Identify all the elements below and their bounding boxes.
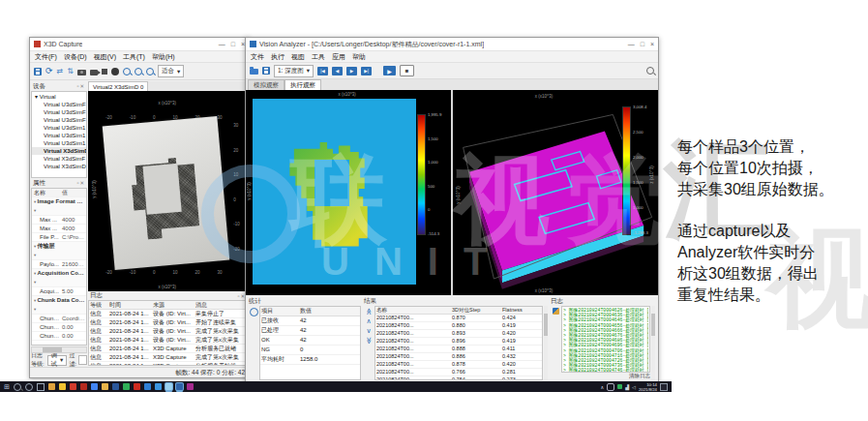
capture-menu-item[interactable]: 工具(T)	[123, 52, 145, 62]
log-filter-input[interactable]	[78, 355, 87, 365]
analyzer-menu-item[interactable]: 文件	[251, 52, 264, 62]
capture-menu-item[interactable]: 视图(V)	[94, 52, 116, 62]
taskbar-app-icon[interactable]	[48, 383, 55, 390]
capture-maximize-button[interactable]: □	[231, 41, 235, 47]
cortana-icon[interactable]	[25, 383, 33, 391]
panel-dock-icons[interactable]: ▫✕	[76, 83, 85, 89]
save-icon[interactable]	[262, 67, 270, 75]
panel-dock-icons[interactable]: ▫✕	[76, 180, 85, 186]
props-row[interactable]: Chunk Data Control	[32, 296, 86, 315]
device-tree-root[interactable]: ▾ Virtual	[32, 93, 86, 101]
analyzer-titlebar[interactable]: Vision Analyzer - [C:/Users/Longer/Deskt…	[246, 38, 658, 51]
last-frame-button[interactable]: ▶|	[361, 67, 372, 75]
props-row[interactable]: File P... C:\Program Fil...	[32, 233, 86, 242]
capture-menu-item[interactable]: 帮助(H)	[152, 52, 175, 62]
taskbar-clock[interactable]: 10:14 2021/8/24	[639, 382, 657, 392]
result-row[interactable]: 20210824T00... 0.886 0.432	[375, 353, 542, 361]
capture-log-row[interactable]: 信息 2021-08-24 1... 设备 (ID: Virt... 开始了连续…	[89, 318, 247, 327]
zoom-fit-icon[interactable]	[146, 68, 154, 75]
scroll-up-button[interactable]: ∧	[366, 317, 371, 325]
taskbar-app-icon[interactable]	[165, 383, 172, 390]
fit-dropdown[interactable]: 适合 ▾	[158, 65, 184, 77]
clear-log-button[interactable]: 清除日志	[561, 373, 650, 380]
results-scrollbar[interactable]	[544, 306, 548, 380]
scroll-bottom-button[interactable]: ≫	[365, 337, 373, 344]
scroll-top-button[interactable]: ≪	[365, 308, 373, 315]
device-tree-item[interactable]: Virtual U3dSim1 2	[32, 139, 86, 147]
refresh-icon[interactable]: ⟳	[45, 67, 53, 75]
capture-log-row[interactable]: 信息 2021-08-24 1... 设备 (ID: Virt... 完成了第x…	[89, 336, 247, 345]
heightmap-2d-viewport[interactable]: x (x10^3) y (x10^3) 1,995.91,5001,000500…	[246, 90, 451, 295]
taskbar-app-icon[interactable]	[59, 383, 66, 390]
prev-frame-button[interactable]: ◀	[332, 67, 343, 75]
capture-log-row[interactable]: 信息 2021-08-24 1... 设备 (ID: Virt... 采集停止了	[89, 310, 247, 318]
snapshot-camera-icon[interactable]	[77, 70, 86, 75]
props-row[interactable]: Max ... 4000	[32, 216, 86, 225]
props-row[interactable]: Chunk... 0.00	[32, 332, 86, 341]
result-row[interactable]: 20210824T00... 0.870 0.424	[375, 315, 542, 322]
props-row[interactable]: Image Format Control	[32, 197, 86, 216]
connect-icon[interactable]: ⇄	[57, 68, 64, 75]
volume-icon[interactable]: ◁	[632, 384, 636, 390]
first-frame-button[interactable]: |◀	[317, 67, 328, 75]
taskbar-app-icon[interactable]	[134, 383, 140, 390]
analyzer-tab[interactable]: 执行观察	[284, 79, 321, 90]
zoom-in-icon[interactable]	[123, 68, 131, 75]
taskbar-app-icon[interactable]	[187, 383, 194, 390]
analyzer-menu-item[interactable]: 帮助	[352, 52, 366, 62]
taskbar-app-icon[interactable]	[70, 383, 76, 390]
search-icon[interactable]	[646, 67, 654, 75]
capture-viewport-tab[interactable]: Virtual2 X3dSimD 0	[88, 81, 148, 91]
analyzer-close-button[interactable]: ×	[650, 41, 654, 47]
result-row[interactable]: 20210824T00... 0.754 0.273	[375, 376, 542, 379]
view-mode-dropdown[interactable]: 1: 深度图 ▾	[274, 65, 314, 77]
stats-row[interactable]: OK 42	[260, 336, 360, 346]
analyzer-maximize-button[interactable]: □	[641, 41, 644, 47]
capture-menu-item[interactable]: 文件(F)	[35, 52, 57, 62]
surface-3d-viewport[interactable]: x (x10^3) y (x10^3) x (x10^3) 3,008.42,	[453, 90, 658, 295]
open-folder-icon[interactable]	[250, 69, 258, 75]
save-icon[interactable]	[34, 68, 42, 75]
taskbar-app-icon[interactable]	[80, 383, 87, 390]
analyzer-tab[interactable]: 模拟观察	[248, 79, 284, 90]
stats-row[interactable]: 已处理 42	[260, 326, 360, 336]
device-tree-item[interactable]: Virtual X3dSimF 0	[32, 155, 86, 163]
props-row[interactable]: 传输层	[32, 242, 86, 260]
taskbar-app-icon[interactable]	[155, 383, 162, 390]
log-scrollbar[interactable]	[651, 306, 655, 380]
clear-log-icon[interactable]	[553, 308, 559, 315]
result-row[interactable]: 20210824T00... 0.880 0.419	[375, 322, 542, 330]
analyzer-menu-item[interactable]: 视图	[291, 52, 305, 62]
scroll-down-button[interactable]: ∨	[366, 327, 371, 335]
capture-log-row[interactable]: 信息 2021-08-24 1... X3D Capture 分析服务已就绪	[89, 345, 247, 353]
notification-center-icon[interactable]	[660, 383, 668, 391]
stop-capture-icon[interactable]	[102, 69, 107, 75]
result-row[interactable]: 20210824T00... 0.766 0.281	[375, 369, 542, 376]
network-icon[interactable]: ▟	[625, 384, 629, 390]
result-row[interactable]: 20210824T00... 0.893 0.420	[375, 330, 542, 338]
capture-titlebar[interactable]: X3D Capture — □ ×	[30, 38, 249, 51]
taskbar-search-icon[interactable]	[14, 383, 21, 391]
log-level-dropdown[interactable]: 调试 ▾	[47, 355, 68, 366]
capture-log-row[interactable]: 信息 2021-08-24 1... X3D Capture 完成了第x次采集	[89, 353, 247, 362]
run-button[interactable]: ▶	[383, 66, 396, 75]
zoom-out-icon[interactable]	[135, 68, 142, 75]
device-tree-item[interactable]: Virtual U3dSimF 1	[32, 108, 86, 116]
taskbar-app-icon[interactable]	[112, 383, 119, 390]
stop-button[interactable]: ■	[400, 65, 414, 76]
analyzer-menu-item[interactable]: 执行	[271, 52, 284, 62]
device-tree-item[interactable]: Virtual U3dSim1 1	[32, 132, 86, 139]
taskbar-app-icon[interactable]	[144, 383, 151, 390]
analyzer-menu-item[interactable]: 工具	[312, 52, 325, 62]
analyzer-minimize-button[interactable]: —	[628, 41, 635, 47]
next-frame-button[interactable]: ▶	[346, 67, 357, 75]
analyzer-menu-item[interactable]: 应用	[332, 52, 345, 62]
props-row[interactable]: Chunk... 0.00	[32, 323, 86, 332]
record-icon[interactable]	[111, 68, 119, 75]
taskbar-app-icon[interactable]	[123, 383, 130, 390]
props-row[interactable]: Acquisition Control	[32, 269, 86, 287]
capture-log-row[interactable]: 信息 2021-08-24 1... 设备 (ID: Virt... 完成了第x…	[89, 327, 247, 336]
props-row[interactable]: Chunk... CoordinateC	[32, 315, 86, 323]
device-tree-item[interactable]: Virtual U3dSim1 0	[32, 124, 86, 132]
horizontal-scrollbar[interactable]	[31, 346, 87, 353]
